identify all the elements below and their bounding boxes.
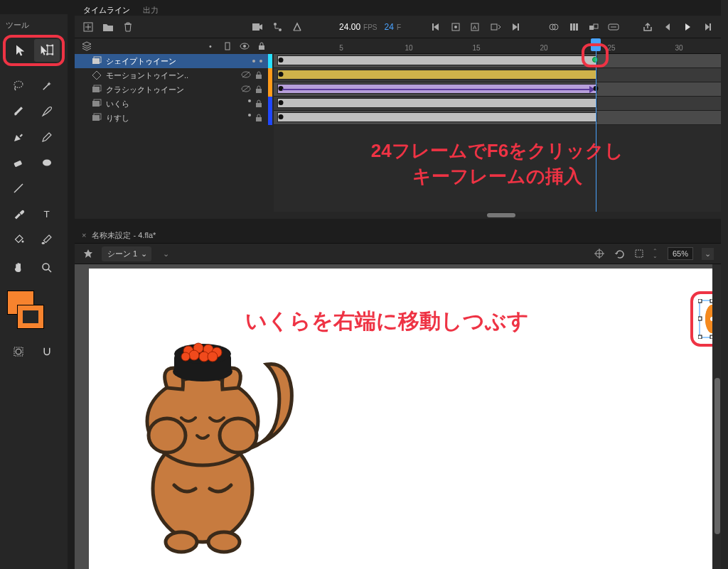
eraser-tool[interactable]: [6, 151, 31, 174]
lock-icon[interactable]: [255, 71, 262, 80]
chevron-down-icon[interactable]: ⌄: [163, 249, 169, 259]
lock-icon[interactable]: [255, 85, 262, 94]
visibility-header-icon[interactable]: [238, 40, 251, 53]
snap-toggle[interactable]: [34, 340, 60, 363]
fps-display[interactable]: 24.00 FPS: [339, 22, 377, 32]
svg-point-21: [279, 28, 282, 31]
export-icon[interactable]: [641, 21, 654, 33]
playhead[interactable]: [596, 38, 596, 219]
track[interactable]: [274, 97, 721, 111]
eyedropper-tool[interactable]: [6, 202, 31, 225]
step-back-icon[interactable]: [661, 21, 674, 33]
tab-timeline[interactable]: タイムライン: [83, 5, 130, 16]
layer-row[interactable]: りすし: [75, 111, 268, 125]
doc-tab-close-icon[interactable]: ×: [82, 231, 86, 239]
timeline-ruler[interactable]: 5 10 15 20 25 30: [274, 38, 721, 54]
layers-icon[interactable]: [80, 40, 93, 53]
delete-layer-icon[interactable]: [122, 21, 134, 33]
hidden-icon[interactable]: [241, 85, 251, 92]
scrollbar-thumb[interactable]: [714, 378, 720, 534]
edit-multiple-frames-icon[interactable]: [567, 21, 580, 33]
rotate-view-icon[interactable]: [613, 247, 626, 260]
add-layer-icon[interactable]: [82, 21, 95, 33]
brush-tool[interactable]: [6, 100, 31, 123]
paint-brush-tool[interactable]: [34, 100, 60, 123]
frame-display[interactable]: 24 F: [385, 22, 401, 32]
lock-header-icon[interactable]: [255, 40, 268, 53]
layer-parenting-icon[interactable]: [271, 21, 284, 33]
track[interactable]: [274, 111, 721, 125]
annotation-text: 24フレームでF6をクリックし キーフレームの挿入: [274, 138, 721, 190]
zoom-stepper[interactable]: ⌃⌄: [653, 249, 658, 259]
layer-icon: [92, 99, 102, 109]
layer-name: クラシックトゥイーン: [106, 85, 184, 95]
document-tab[interactable]: 名称未設定 - 4.fla*: [92, 230, 156, 241]
pencil-tool[interactable]: [34, 126, 60, 148]
insert-blank-keyframe-icon[interactable]: A: [469, 21, 482, 33]
oval-tool[interactable]: [34, 151, 60, 174]
tab-output[interactable]: 出力: [143, 5, 159, 16]
layer-row[interactable]: クラシックトゥイーン: [75, 82, 268, 97]
hand-tool[interactable]: [6, 256, 31, 279]
edit-scene-icon[interactable]: [82, 247, 95, 260]
insert-frame-icon[interactable]: [489, 21, 502, 33]
timeline-h-scrollbar[interactable]: [487, 213, 515, 217]
loop-icon[interactable]: [607, 21, 620, 33]
add-folder-icon[interactable]: [102, 21, 114, 33]
svg-rect-0: [48, 45, 53, 54]
lasso-tool[interactable]: [6, 75, 31, 97]
svg-rect-1: [46, 45, 48, 46]
svg-point-20: [274, 23, 277, 26]
magic-wand-tool[interactable]: [34, 75, 60, 97]
svg-point-66: [220, 418, 257, 453]
hidden-icon[interactable]: [241, 71, 251, 78]
playhead-handle[interactable]: [591, 38, 601, 51]
play-icon[interactable]: [681, 21, 694, 33]
layer-depth-icon[interactable]: [291, 21, 304, 33]
create-tween-icon[interactable]: [587, 21, 600, 33]
svg-point-41: [243, 45, 246, 48]
line-tool[interactable]: [6, 177, 31, 200]
step-forward-icon[interactable]: [701, 21, 714, 33]
clip-content-icon[interactable]: [633, 247, 646, 260]
onion-skin-icon[interactable]: [547, 21, 560, 33]
zoom-dropdown-icon[interactable]: ⌄: [702, 248, 714, 260]
camera-icon[interactable]: [251, 21, 264, 33]
zoom-tool[interactable]: [34, 256, 60, 279]
chevron-down-icon: ⌄: [141, 249, 147, 259]
outline-icon[interactable]: [221, 40, 234, 53]
svg-point-15: [16, 349, 21, 354]
goto-first-frame-icon[interactable]: [429, 21, 442, 33]
free-transform-tool[interactable]: [34, 39, 60, 62]
remove-frame-icon[interactable]: [509, 21, 522, 33]
layer-row[interactable]: シェイプトゥイーン: [75, 54, 268, 68]
highlight-layer-icon[interactable]: •: [204, 40, 217, 53]
text-tool[interactable]: T: [34, 202, 60, 225]
track[interactable]: [274, 82, 721, 97]
paint-bucket-tool[interactable]: [6, 228, 31, 251]
selected-object[interactable]: [698, 299, 712, 339]
selection-tool[interactable]: [8, 39, 33, 62]
stage-area[interactable]: いくらを右端に移動しつぶす: [75, 264, 712, 569]
zoom-input[interactable]: 65%: [668, 247, 693, 260]
track[interactable]: [274, 54, 721, 68]
insert-keyframe-icon[interactable]: [449, 21, 462, 33]
ink-bottle-tool[interactable]: [34, 228, 60, 251]
scene-dropdown[interactable]: シーン 1 ⌄: [102, 246, 151, 261]
layer-row[interactable]: いくら: [75, 97, 268, 111]
stroke-color-swatch[interactable]: [17, 305, 44, 329]
clip-center-icon[interactable]: [593, 247, 606, 260]
pen-tool[interactable]: [6, 126, 31, 148]
track[interactable]: [274, 68, 721, 82]
object-drawing-toggle[interactable]: [6, 340, 31, 363]
svg-point-68: [208, 532, 240, 552]
svg-rect-62: [636, 250, 643, 257]
lock-icon[interactable]: [255, 99, 262, 108]
layer-row[interactable]: モーショントゥイーン..: [75, 68, 268, 82]
stage-v-scrollbar[interactable]: [712, 264, 721, 569]
stage[interactable]: いくらを右端に移動しつぶす: [89, 269, 712, 569]
svg-point-76: [189, 350, 199, 360]
lock-icon[interactable]: [255, 114, 262, 122]
timeline-tracks[interactable]: 5 10 15 20 25 30: [274, 38, 721, 219]
layer-icon: [92, 113, 102, 123]
